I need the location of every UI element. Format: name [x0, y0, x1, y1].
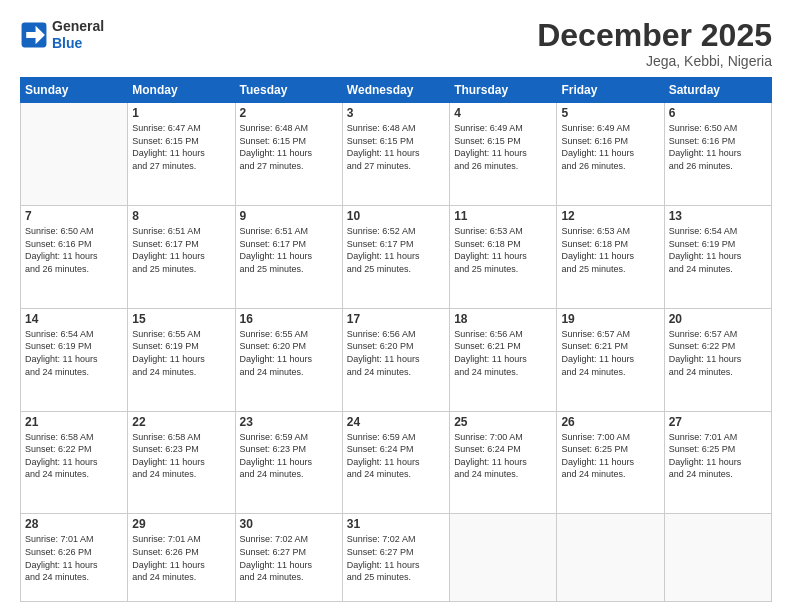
day-info: Sunrise: 6:51 AM Sunset: 6:17 PM Dayligh… [240, 225, 338, 275]
day-info: Sunrise: 6:56 AM Sunset: 6:21 PM Dayligh… [454, 328, 552, 378]
day-info: Sunrise: 7:02 AM Sunset: 6:27 PM Dayligh… [347, 533, 445, 583]
logo-text: General Blue [52, 18, 104, 52]
day-number: 31 [347, 517, 445, 531]
day-cell: 27Sunrise: 7:01 AM Sunset: 6:25 PM Dayli… [664, 411, 771, 514]
day-cell: 31Sunrise: 7:02 AM Sunset: 6:27 PM Dayli… [342, 514, 449, 602]
day-cell: 3Sunrise: 6:48 AM Sunset: 6:15 PM Daylig… [342, 103, 449, 206]
day-cell [664, 514, 771, 602]
day-info: Sunrise: 6:49 AM Sunset: 6:16 PM Dayligh… [561, 122, 659, 172]
week-row-3: 14Sunrise: 6:54 AM Sunset: 6:19 PM Dayli… [21, 308, 772, 411]
day-cell: 23Sunrise: 6:59 AM Sunset: 6:23 PM Dayli… [235, 411, 342, 514]
day-info: Sunrise: 6:48 AM Sunset: 6:15 PM Dayligh… [240, 122, 338, 172]
day-cell: 1Sunrise: 6:47 AM Sunset: 6:15 PM Daylig… [128, 103, 235, 206]
day-number: 8 [132, 209, 230, 223]
day-number: 21 [25, 415, 123, 429]
day-cell: 4Sunrise: 6:49 AM Sunset: 6:15 PM Daylig… [450, 103, 557, 206]
day-cell: 18Sunrise: 6:56 AM Sunset: 6:21 PM Dayli… [450, 308, 557, 411]
day-info: Sunrise: 6:59 AM Sunset: 6:24 PM Dayligh… [347, 431, 445, 481]
logo-icon [20, 21, 48, 49]
day-number: 29 [132, 517, 230, 531]
day-info: Sunrise: 6:47 AM Sunset: 6:15 PM Dayligh… [132, 122, 230, 172]
day-number: 19 [561, 312, 659, 326]
day-number: 17 [347, 312, 445, 326]
day-number: 30 [240, 517, 338, 531]
calendar: SundayMondayTuesdayWednesdayThursdayFrid… [20, 77, 772, 602]
day-cell [557, 514, 664, 602]
weekday-header-wednesday: Wednesday [342, 78, 449, 103]
day-number: 16 [240, 312, 338, 326]
day-cell: 19Sunrise: 6:57 AM Sunset: 6:21 PM Dayli… [557, 308, 664, 411]
day-info: Sunrise: 6:54 AM Sunset: 6:19 PM Dayligh… [669, 225, 767, 275]
day-info: Sunrise: 6:54 AM Sunset: 6:19 PM Dayligh… [25, 328, 123, 378]
day-info: Sunrise: 6:58 AM Sunset: 6:23 PM Dayligh… [132, 431, 230, 481]
day-info: Sunrise: 6:49 AM Sunset: 6:15 PM Dayligh… [454, 122, 552, 172]
day-cell: 2Sunrise: 6:48 AM Sunset: 6:15 PM Daylig… [235, 103, 342, 206]
day-info: Sunrise: 6:57 AM Sunset: 6:22 PM Dayligh… [669, 328, 767, 378]
day-cell: 7Sunrise: 6:50 AM Sunset: 6:16 PM Daylig… [21, 205, 128, 308]
day-number: 27 [669, 415, 767, 429]
day-info: Sunrise: 6:59 AM Sunset: 6:23 PM Dayligh… [240, 431, 338, 481]
title-block: December 2025 Jega, Kebbi, Nigeria [537, 18, 772, 69]
day-cell: 10Sunrise: 6:52 AM Sunset: 6:17 PM Dayli… [342, 205, 449, 308]
day-cell: 11Sunrise: 6:53 AM Sunset: 6:18 PM Dayli… [450, 205, 557, 308]
week-row-2: 7Sunrise: 6:50 AM Sunset: 6:16 PM Daylig… [21, 205, 772, 308]
day-info: Sunrise: 6:48 AM Sunset: 6:15 PM Dayligh… [347, 122, 445, 172]
week-row-1: 1Sunrise: 6:47 AM Sunset: 6:15 PM Daylig… [21, 103, 772, 206]
logo: General Blue [20, 18, 104, 52]
day-cell: 12Sunrise: 6:53 AM Sunset: 6:18 PM Dayli… [557, 205, 664, 308]
day-cell: 22Sunrise: 6:58 AM Sunset: 6:23 PM Dayli… [128, 411, 235, 514]
logo-blue: Blue [52, 35, 104, 52]
day-info: Sunrise: 6:50 AM Sunset: 6:16 PM Dayligh… [25, 225, 123, 275]
day-number: 3 [347, 106, 445, 120]
day-number: 22 [132, 415, 230, 429]
day-number: 1 [132, 106, 230, 120]
day-number: 10 [347, 209, 445, 223]
location: Jega, Kebbi, Nigeria [537, 53, 772, 69]
day-info: Sunrise: 6:55 AM Sunset: 6:20 PM Dayligh… [240, 328, 338, 378]
day-number: 25 [454, 415, 552, 429]
weekday-header-thursday: Thursday [450, 78, 557, 103]
day-cell: 25Sunrise: 7:00 AM Sunset: 6:24 PM Dayli… [450, 411, 557, 514]
day-info: Sunrise: 6:53 AM Sunset: 6:18 PM Dayligh… [561, 225, 659, 275]
day-number: 2 [240, 106, 338, 120]
day-info: Sunrise: 6:52 AM Sunset: 6:17 PM Dayligh… [347, 225, 445, 275]
day-number: 6 [669, 106, 767, 120]
day-number: 15 [132, 312, 230, 326]
day-info: Sunrise: 7:01 AM Sunset: 6:26 PM Dayligh… [132, 533, 230, 583]
day-cell: 30Sunrise: 7:02 AM Sunset: 6:27 PM Dayli… [235, 514, 342, 602]
day-cell [450, 514, 557, 602]
day-number: 20 [669, 312, 767, 326]
day-cell: 28Sunrise: 7:01 AM Sunset: 6:26 PM Dayli… [21, 514, 128, 602]
header: General Blue December 2025 Jega, Kebbi, … [20, 18, 772, 69]
week-row-5: 28Sunrise: 7:01 AM Sunset: 6:26 PM Dayli… [21, 514, 772, 602]
day-cell: 20Sunrise: 6:57 AM Sunset: 6:22 PM Dayli… [664, 308, 771, 411]
weekday-header-row: SundayMondayTuesdayWednesdayThursdayFrid… [21, 78, 772, 103]
day-cell: 6Sunrise: 6:50 AM Sunset: 6:16 PM Daylig… [664, 103, 771, 206]
weekday-header-friday: Friday [557, 78, 664, 103]
day-number: 11 [454, 209, 552, 223]
weekday-header-saturday: Saturday [664, 78, 771, 103]
day-number: 4 [454, 106, 552, 120]
day-cell [21, 103, 128, 206]
day-number: 23 [240, 415, 338, 429]
day-info: Sunrise: 6:57 AM Sunset: 6:21 PM Dayligh… [561, 328, 659, 378]
day-cell: 21Sunrise: 6:58 AM Sunset: 6:22 PM Dayli… [21, 411, 128, 514]
day-cell: 8Sunrise: 6:51 AM Sunset: 6:17 PM Daylig… [128, 205, 235, 308]
day-cell: 29Sunrise: 7:01 AM Sunset: 6:26 PM Dayli… [128, 514, 235, 602]
day-cell: 15Sunrise: 6:55 AM Sunset: 6:19 PM Dayli… [128, 308, 235, 411]
day-number: 26 [561, 415, 659, 429]
logo-general: General [52, 18, 104, 35]
weekday-header-monday: Monday [128, 78, 235, 103]
day-number: 24 [347, 415, 445, 429]
weekday-header-sunday: Sunday [21, 78, 128, 103]
day-cell: 17Sunrise: 6:56 AM Sunset: 6:20 PM Dayli… [342, 308, 449, 411]
day-info: Sunrise: 7:00 AM Sunset: 6:25 PM Dayligh… [561, 431, 659, 481]
day-info: Sunrise: 7:01 AM Sunset: 6:25 PM Dayligh… [669, 431, 767, 481]
day-cell: 13Sunrise: 6:54 AM Sunset: 6:19 PM Dayli… [664, 205, 771, 308]
day-number: 18 [454, 312, 552, 326]
day-info: Sunrise: 6:53 AM Sunset: 6:18 PM Dayligh… [454, 225, 552, 275]
day-info: Sunrise: 6:51 AM Sunset: 6:17 PM Dayligh… [132, 225, 230, 275]
month-title: December 2025 [537, 18, 772, 53]
page: General Blue December 2025 Jega, Kebbi, … [0, 0, 792, 612]
day-info: Sunrise: 6:56 AM Sunset: 6:20 PM Dayligh… [347, 328, 445, 378]
